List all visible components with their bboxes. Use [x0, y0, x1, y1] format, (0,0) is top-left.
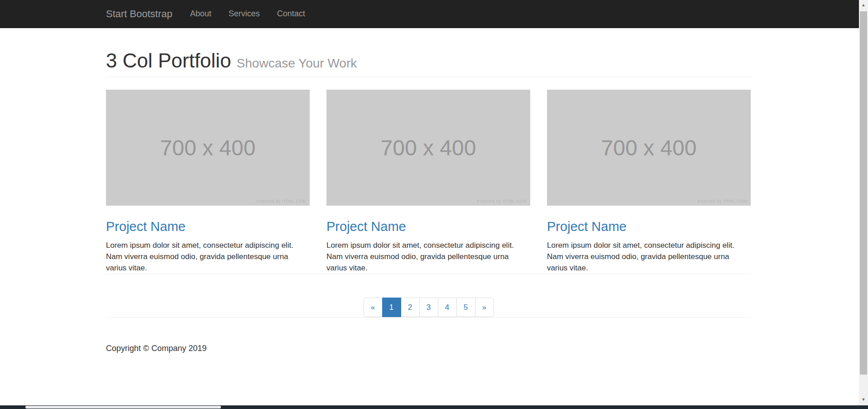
project-description: Lorem ipsum dolor sit amet, consectetur … — [326, 240, 530, 274]
project-title-link[interactable]: Project Name — [106, 219, 186, 234]
project-title-link[interactable]: Project Name — [547, 219, 627, 234]
pagination-next[interactable]: » — [475, 298, 494, 317]
pagination-page-2[interactable]: 2 — [401, 298, 420, 317]
pagination-wrap: « 1 2 3 4 5 » — [106, 298, 751, 317]
placeholder-watermark: Powered by HTML.COM — [257, 199, 306, 203]
horizontal-scrollbar[interactable] — [0, 405, 868, 409]
placeholder-dimensions-label: 700 x 400 — [160, 135, 256, 160]
placeholder-watermark: Powered by HTML.COM — [477, 199, 527, 203]
page-title: 3 Col Portfolio Showcase Your Work — [106, 50, 751, 72]
project-card: 700 x 400 Powered by HTML.COM Project Na… — [547, 90, 751, 274]
pagination-page-5[interactable]: 5 — [456, 298, 475, 317]
pagination-page-1[interactable]: 1 — [382, 298, 401, 317]
projects-row: 700 x 400 Powered by HTML.COM Project Na… — [106, 90, 751, 274]
nav-item-services[interactable]: Services — [220, 0, 269, 28]
pagination: « 1 2 3 4 5 » — [364, 298, 494, 317]
project-description: Lorem ipsum dolor sit amet, consectetur … — [106, 240, 310, 274]
pagination-page-3[interactable]: 3 — [419, 298, 438, 317]
scroll-up-icon[interactable]: ▲ — [859, 0, 868, 10]
page-header: 3 Col Portfolio Showcase Your Work — [106, 50, 751, 77]
pagination-prev[interactable]: « — [364, 298, 383, 317]
horizontal-scrollbar-thumb[interactable] — [25, 406, 221, 409]
navbar-inner: Start Bootstrap About Services Contact — [106, 0, 859, 28]
project-image-placeholder[interactable]: 700 x 400 Powered by HTML.COM — [326, 90, 530, 206]
page-title-text: 3 Col Portfolio — [106, 49, 231, 72]
navbar-brand[interactable]: Start Bootstrap — [106, 0, 173, 28]
page-subtitle: Showcase Your Work — [237, 56, 357, 70]
nav-item-contact[interactable]: Contact — [269, 0, 314, 28]
navbar: Start Bootstrap About Services Contact — [0, 0, 859, 28]
scroll-down-icon[interactable]: ▼ — [859, 395, 868, 404]
placeholder-watermark: Powered by HTML.COM — [698, 199, 747, 203]
placeholder-dimensions-label: 700 x 400 — [601, 135, 697, 160]
project-card: 700 x 400 Powered by HTML.COM Project Na… — [106, 90, 310, 274]
divider — [106, 317, 751, 318]
divider — [106, 274, 751, 274]
nav-item-about[interactable]: About — [182, 0, 220, 28]
pagination-page-4[interactable]: 4 — [438, 298, 457, 317]
footer-copyright: Copyright © Company 2019 — [106, 344, 751, 353]
project-title-link[interactable]: Project Name — [326, 219, 406, 234]
main-container: 3 Col Portfolio Showcase Your Work 700 x… — [106, 28, 751, 353]
vertical-scrollbar[interactable]: ▲ ▼ — [859, 0, 868, 405]
vertical-scrollbar-thumb[interactable] — [860, 11, 867, 375]
project-description: Lorem ipsum dolor sit amet, consectetur … — [547, 240, 751, 274]
project-image-placeholder[interactable]: 700 x 400 Powered by HTML.COM — [106, 90, 310, 206]
project-card: 700 x 400 Powered by HTML.COM Project Na… — [326, 90, 530, 274]
project-image-placeholder[interactable]: 700 x 400 Powered by HTML.COM — [547, 90, 751, 206]
placeholder-dimensions-label: 700 x 400 — [381, 135, 476, 160]
